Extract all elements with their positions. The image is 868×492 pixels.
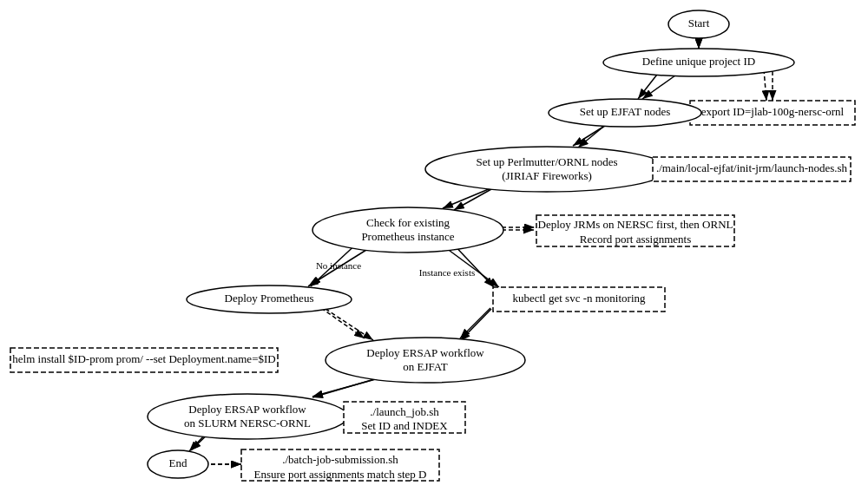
node-slurm-label1: Deploy ERSAP workflow [188, 403, 306, 416]
node-helm-label: helm install $ID-prom prom/ --set Deploy… [12, 352, 275, 365]
edge-3 [764, 69, 766, 101]
edge-prometheus-ejfat [321, 308, 365, 338]
label-no-instance: No instance [316, 260, 361, 271]
node-export-id-label: export ID=jlab-100g-nersc-ornl [701, 105, 845, 118]
label-instance-exists: Instance exists [419, 267, 475, 278]
node-slurm-label2: on SLURM NERSC-ORNL [184, 417, 311, 430]
node-ejfat-label1: Deploy ERSAP workflow [366, 346, 484, 359]
node-check-label2: Prometheus instance [361, 230, 454, 243]
node-kubectl-label: kubectl get svc -n monitoring [512, 292, 646, 305]
node-end-label: End [169, 456, 187, 469]
edge-kubectl-ejfat [460, 308, 490, 338]
node-launch-job-label1: ./launch_job.sh [370, 405, 439, 418]
node-ejfat-label: Set up EJFAT nodes [580, 105, 671, 118]
node-batch-label1: ./batch-job-submission.sh [282, 453, 398, 466]
edge-4 [578, 123, 608, 148]
node-perlmutter-label1: Set up Perlmutter/ORNL nodes [476, 155, 617, 168]
node-start-label: Start [688, 16, 710, 30]
node-launch-job-label2: Set ID and INDEX [361, 419, 448, 432]
node-batch-label2: Ensure port assignments match step D [254, 468, 427, 481]
edge-10 [326, 309, 373, 340]
node-deploy-prometheus-label: Deploy Prometheus [225, 292, 314, 305]
node-check-label1: Check for existing [366, 216, 450, 229]
edge-11 [460, 309, 491, 341]
node-jrms-label2: Record port assignments [580, 233, 692, 246]
node-launch-nodes-label: ./main/local-ejfat/init-jrm/launch-nodes… [656, 161, 848, 174]
node-ejfat-label2: on EJFAT [403, 360, 447, 373]
edge-13 [312, 377, 380, 397]
edge-perlmutter-check [443, 187, 495, 208]
node-define-id-label: Define unique project ID [642, 55, 755, 68]
node-perlmutter-label2: (JIRIAF Fireworks) [502, 169, 592, 182]
node-jrms-label1: Deploy JRMs on NERSC first, then ORNL [538, 218, 733, 231]
